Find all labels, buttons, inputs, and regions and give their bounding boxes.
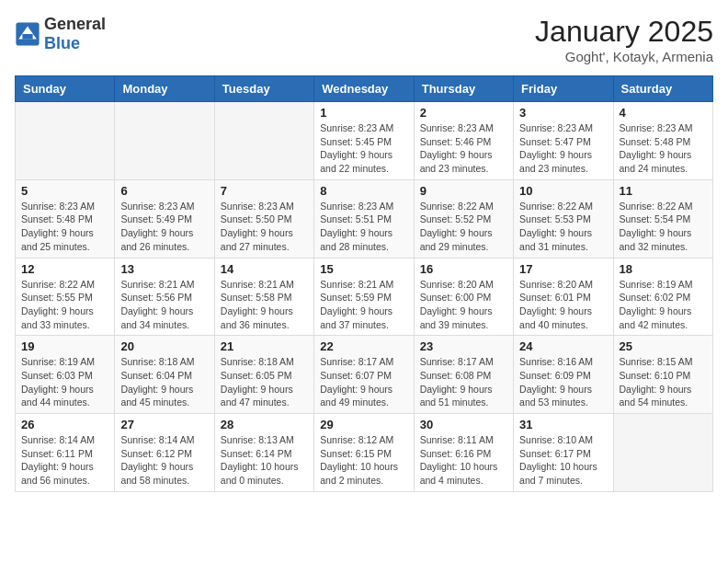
day-info: Sunrise: 8:23 AM Sunset: 5:46 PM Dayligh… [420, 121, 507, 176]
weekday-header-friday: Friday [514, 76, 613, 102]
logo-general: General [44, 15, 106, 33]
day-info: Sunrise: 8:18 AM Sunset: 6:05 PM Dayligh… [221, 355, 308, 409]
calendar-cell: 23Sunrise: 8:17 AM Sunset: 6:08 PM Dayli… [414, 336, 513, 414]
day-number: 26 [21, 418, 108, 431]
day-info: Sunrise: 8:14 AM Sunset: 6:11 PM Dayligh… [21, 433, 108, 488]
day-number: 15 [320, 262, 407, 276]
day-number: 10 [519, 184, 607, 198]
day-number: 6 [120, 184, 208, 198]
weekday-header-saturday: Saturday [613, 76, 712, 102]
calendar-cell [214, 102, 313, 180]
day-number: 17 [519, 262, 607, 276]
day-number: 27 [120, 418, 208, 431]
calendar-cell: 30Sunrise: 8:11 AM Sunset: 6:16 PM Dayli… [414, 414, 513, 492]
day-number: 22 [320, 339, 407, 353]
day-info: Sunrise: 8:23 AM Sunset: 5:48 PM Dayligh… [21, 200, 108, 254]
day-number: 9 [420, 184, 507, 198]
calendar-cell: 14Sunrise: 8:21 AM Sunset: 5:58 PM Dayli… [214, 258, 313, 336]
calendar-cell [115, 102, 214, 180]
location: Goght', Kotayk, Armenia [535, 49, 713, 64]
calendar-cell: 20Sunrise: 8:18 AM Sunset: 6:04 PM Dayli… [115, 336, 214, 414]
calendar-week-1: 1Sunrise: 8:23 AM Sunset: 5:45 PM Daylig… [16, 102, 713, 180]
day-info: Sunrise: 8:23 AM Sunset: 5:45 PM Dayligh… [320, 121, 407, 176]
logo-icon [15, 21, 40, 47]
day-number: 28 [221, 418, 308, 431]
calendar-cell: 12Sunrise: 8:22 AM Sunset: 5:55 PM Dayli… [16, 258, 115, 336]
day-info: Sunrise: 8:20 AM Sunset: 6:00 PM Dayligh… [420, 278, 507, 332]
day-info: Sunrise: 8:12 AM Sunset: 6:15 PM Dayligh… [320, 433, 407, 488]
logo: General Blue [15, 15, 106, 53]
day-info: Sunrise: 8:22 AM Sunset: 5:54 PM Dayligh… [620, 200, 707, 254]
day-info: Sunrise: 8:10 AM Sunset: 6:17 PM Dayligh… [519, 433, 607, 488]
calendar-cell: 6Sunrise: 8:23 AM Sunset: 5:49 PM Daylig… [115, 179, 214, 258]
calendar-cell: 8Sunrise: 8:23 AM Sunset: 5:51 PM Daylig… [314, 179, 414, 258]
page-header: General Blue January 2025 Goght', Kotayk… [15, 15, 713, 64]
day-number: 23 [420, 339, 507, 353]
day-number: 21 [221, 339, 308, 353]
day-info: Sunrise: 8:17 AM Sunset: 6:07 PM Dayligh… [320, 355, 407, 409]
day-number: 11 [620, 184, 707, 198]
calendar-cell: 18Sunrise: 8:19 AM Sunset: 6:02 PM Dayli… [613, 258, 712, 336]
day-info: Sunrise: 8:16 AM Sunset: 6:09 PM Dayligh… [519, 355, 607, 409]
day-info: Sunrise: 8:18 AM Sunset: 6:04 PM Dayligh… [120, 355, 208, 409]
day-info: Sunrise: 8:22 AM Sunset: 5:55 PM Dayligh… [21, 278, 108, 332]
calendar-cell: 11Sunrise: 8:22 AM Sunset: 5:54 PM Dayli… [613, 179, 712, 258]
calendar-cell: 31Sunrise: 8:10 AM Sunset: 6:17 PM Dayli… [514, 414, 613, 492]
calendar-week-2: 5Sunrise: 8:23 AM Sunset: 5:48 PM Daylig… [16, 179, 713, 258]
day-number: 29 [320, 418, 407, 431]
calendar-cell: 9Sunrise: 8:22 AM Sunset: 5:52 PM Daylig… [414, 179, 513, 258]
day-info: Sunrise: 8:21 AM Sunset: 5:59 PM Dayligh… [320, 278, 407, 332]
day-info: Sunrise: 8:21 AM Sunset: 5:56 PM Dayligh… [120, 278, 208, 332]
calendar-cell: 24Sunrise: 8:16 AM Sunset: 6:09 PM Dayli… [514, 336, 613, 414]
calendar-cell: 29Sunrise: 8:12 AM Sunset: 6:15 PM Dayli… [314, 414, 414, 492]
calendar-cell: 22Sunrise: 8:17 AM Sunset: 6:07 PM Dayli… [314, 336, 414, 414]
calendar-cell: 27Sunrise: 8:14 AM Sunset: 6:12 PM Dayli… [115, 414, 214, 492]
calendar-week-4: 19Sunrise: 8:19 AM Sunset: 6:03 PM Dayli… [16, 336, 713, 414]
day-info: Sunrise: 8:20 AM Sunset: 6:01 PM Dayligh… [519, 278, 607, 332]
day-info: Sunrise: 8:23 AM Sunset: 5:49 PM Dayligh… [120, 200, 208, 254]
calendar-cell [613, 414, 712, 492]
day-info: Sunrise: 8:19 AM Sunset: 6:03 PM Dayligh… [21, 355, 108, 409]
day-number: 1 [320, 106, 407, 120]
day-number: 19 [21, 339, 108, 353]
weekday-header-sunday: Sunday [16, 76, 115, 102]
calendar-cell: 4Sunrise: 8:23 AM Sunset: 5:48 PM Daylig… [613, 102, 712, 180]
day-info: Sunrise: 8:14 AM Sunset: 6:12 PM Dayligh… [120, 433, 208, 488]
day-info: Sunrise: 8:17 AM Sunset: 6:08 PM Dayligh… [420, 355, 507, 409]
calendar-cell: 17Sunrise: 8:20 AM Sunset: 6:01 PM Dayli… [514, 258, 613, 336]
logo-blue: Blue [44, 34, 80, 52]
calendar-week-5: 26Sunrise: 8:14 AM Sunset: 6:11 PM Dayli… [16, 414, 713, 492]
day-number: 25 [620, 339, 707, 353]
day-number: 20 [120, 339, 208, 353]
day-info: Sunrise: 8:13 AM Sunset: 6:14 PM Dayligh… [221, 433, 308, 488]
day-number: 3 [519, 106, 607, 120]
calendar-cell: 21Sunrise: 8:18 AM Sunset: 6:05 PM Dayli… [214, 336, 313, 414]
month-title: January 2025 [535, 15, 713, 49]
day-info: Sunrise: 8:11 AM Sunset: 6:16 PM Dayligh… [420, 433, 507, 488]
day-number: 30 [420, 418, 507, 431]
calendar-table: SundayMondayTuesdayWednesdayThursdayFrid… [15, 75, 713, 492]
day-number: 18 [620, 262, 707, 276]
calendar-cell: 5Sunrise: 8:23 AM Sunset: 5:48 PM Daylig… [16, 179, 115, 258]
calendar-week-3: 12Sunrise: 8:22 AM Sunset: 5:55 PM Dayli… [16, 258, 713, 336]
weekday-header-thursday: Thursday [414, 76, 513, 102]
calendar-cell [16, 102, 115, 180]
day-number: 16 [420, 262, 507, 276]
day-info: Sunrise: 8:23 AM Sunset: 5:47 PM Dayligh… [519, 121, 607, 176]
day-info: Sunrise: 8:23 AM Sunset: 5:48 PM Dayligh… [620, 121, 707, 176]
day-info: Sunrise: 8:22 AM Sunset: 5:53 PM Dayligh… [519, 200, 607, 254]
day-info: Sunrise: 8:22 AM Sunset: 5:52 PM Dayligh… [420, 200, 507, 254]
day-number: 12 [21, 262, 108, 276]
calendar-cell: 10Sunrise: 8:22 AM Sunset: 5:53 PM Dayli… [514, 179, 613, 258]
weekday-header-wednesday: Wednesday [314, 76, 414, 102]
calendar-cell: 26Sunrise: 8:14 AM Sunset: 6:11 PM Dayli… [16, 414, 115, 492]
calendar-cell: 25Sunrise: 8:15 AM Sunset: 6:10 PM Dayli… [613, 336, 712, 414]
day-info: Sunrise: 8:23 AM Sunset: 5:51 PM Dayligh… [320, 200, 407, 254]
calendar-cell: 15Sunrise: 8:21 AM Sunset: 5:59 PM Dayli… [314, 258, 414, 336]
day-number: 24 [519, 339, 607, 353]
title-block: January 2025 Goght', Kotayk, Armenia [535, 15, 713, 64]
day-number: 5 [21, 184, 108, 198]
calendar-cell: 7Sunrise: 8:23 AM Sunset: 5:50 PM Daylig… [214, 179, 313, 258]
day-number: 7 [221, 184, 308, 198]
calendar-cell: 28Sunrise: 8:13 AM Sunset: 6:14 PM Dayli… [214, 414, 313, 492]
